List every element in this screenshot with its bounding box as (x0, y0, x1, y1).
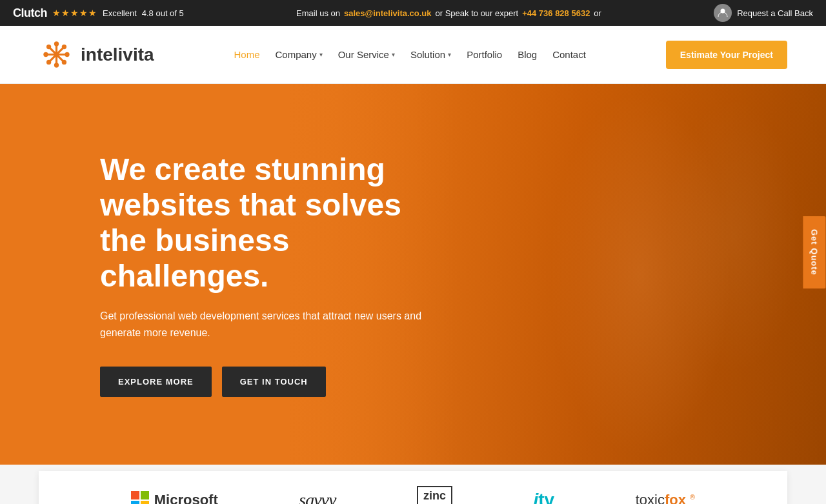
email-prefix: Email us on (296, 8, 340, 18)
itv-logo: itv (534, 490, 555, 504)
speak-text: or Speak to our expert (436, 8, 519, 18)
logo-area: intelivita (39, 37, 154, 72)
hero-content: We create stunning websites that solves … (0, 152, 452, 398)
hero-section: We create stunning websites that solves … (0, 84, 826, 465)
request-call-section[interactable]: Request a Call Back (714, 4, 813, 22)
ms-green-square (141, 491, 149, 499)
nav-portfolio[interactable]: Portfolio (467, 49, 502, 60)
rating-text: Excellent (103, 8, 137, 18)
nav-company[interactable]: Company ▾ (276, 49, 323, 60)
zinc-logo: zinc media (417, 486, 452, 504)
request-call-label[interactable]: Request a Call Back (737, 8, 813, 18)
rating-score: 4.8 out of 5 (142, 8, 184, 18)
solution-dropdown-arrow: ▾ (448, 51, 451, 58)
nav-links: Home Company ▾ Our Service ▾ Solution ▾ … (234, 49, 585, 60)
svg-point-5 (54, 41, 59, 46)
service-dropdown-arrow: ▾ (392, 51, 395, 58)
company-dropdown-arrow: ▾ (319, 51, 323, 58)
microsoft-label: Microsoft (154, 492, 218, 504)
toxicfox-accent: fox (665, 492, 686, 504)
microsoft-grid-icon (131, 491, 149, 504)
svg-point-12 (46, 60, 51, 65)
hero-headline: We create stunning websites that solves … (100, 152, 452, 294)
svg-point-7 (43, 52, 48, 57)
ms-red-square (131, 491, 139, 499)
estimate-button[interactable]: Estimate Your Project (666, 41, 787, 69)
logo-icon (39, 37, 74, 72)
svg-point-10 (62, 60, 66, 65)
clutch-logo: Clutch (13, 6, 47, 20)
toxicfox-label: toxicfox ® (636, 492, 695, 504)
navbar: intelivita Home Company ▾ Our Service ▾ … (0, 26, 826, 84)
svg-point-9 (46, 45, 51, 49)
nav-contact[interactable]: Contact (552, 49, 586, 60)
toxicfox-registered: ® (690, 493, 695, 501)
savvy-logo: savvy (299, 490, 336, 504)
contact-info: Email us on sales@intelivita.co.uk or Sp… (296, 8, 601, 18)
top-bar: Clutch ★★★★★ Excellent 4.8 out of 5 Emai… (0, 0, 826, 26)
zinc-box: zinc (417, 486, 452, 504)
email-link[interactable]: sales@intelivita.co.uk (344, 8, 432, 18)
svg-point-6 (54, 63, 59, 67)
clutch-section: Clutch ★★★★★ Excellent 4.8 out of 5 (13, 6, 184, 20)
nav-blog[interactable]: Blog (518, 49, 537, 60)
ms-yellow-square (141, 501, 149, 504)
svg-point-8 (65, 52, 69, 57)
hero-buttons: EXPLORE MORE GET IN TOUCH (100, 367, 452, 397)
or-text: or (594, 8, 601, 18)
get-in-touch-button[interactable]: GET IN TOUCH (222, 367, 326, 397)
get-quote-tab[interactable]: Get Quote (803, 216, 826, 288)
phone-link[interactable]: +44 736 828 5632 (522, 8, 590, 18)
itv-tv: tv (538, 490, 554, 504)
hero-subtext: Get professional web development service… (100, 308, 452, 341)
nav-solution[interactable]: Solution ▾ (410, 49, 451, 60)
svg-point-11 (62, 45, 66, 49)
itv-label: itv (534, 490, 555, 504)
microsoft-logo: Microsoft (131, 491, 218, 504)
nav-home[interactable]: Home (234, 49, 259, 60)
rating-stars: ★★★★★ (52, 8, 97, 18)
savvy-label: savvy (299, 490, 336, 504)
zinc-wrapper: zinc media (417, 486, 452, 504)
logos-bar: Microsoft savvy zinc media itv toxicfox … (39, 471, 787, 504)
ms-blue-square (131, 501, 139, 504)
avatar (714, 4, 732, 22)
nav-service[interactable]: Our Service ▾ (338, 49, 395, 60)
logo-text: intelivita (81, 45, 154, 65)
toxicfox-logo: toxicfox ® (636, 492, 695, 504)
explore-more-button[interactable]: EXPLORE MORE (100, 367, 212, 397)
